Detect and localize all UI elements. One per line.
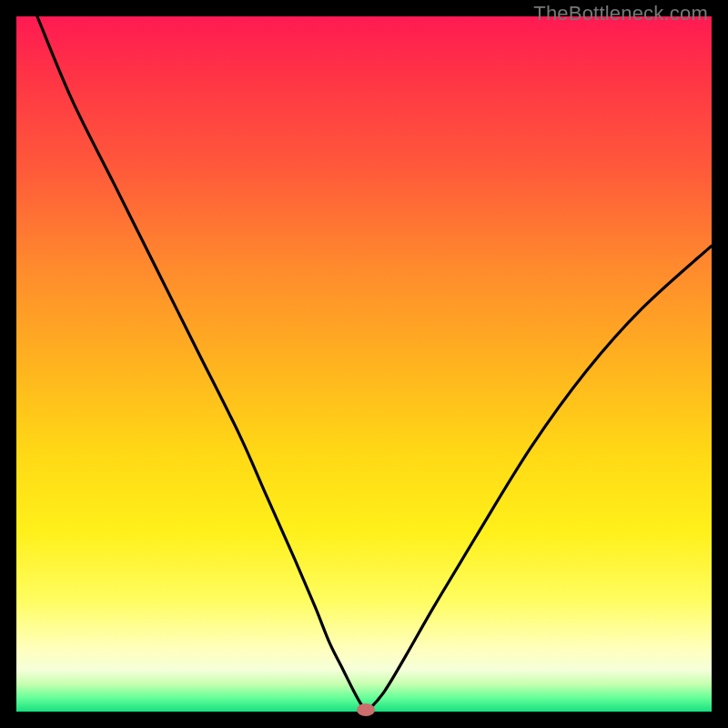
chart-frame: TheBottleneck.com [0,0,728,728]
watermark-text: TheBottleneck.com [533,2,708,25]
bottleneck-curve [16,16,712,712]
min-marker [357,703,375,716]
